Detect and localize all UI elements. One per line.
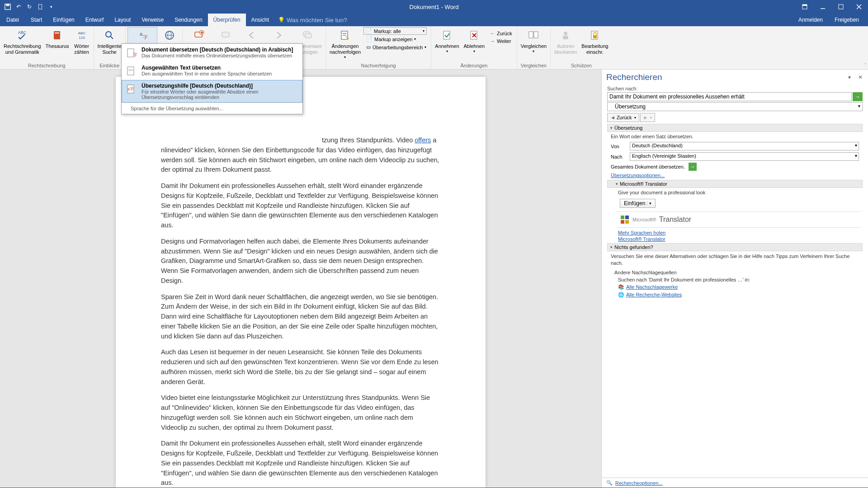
svg-rect-1 xyxy=(6,4,9,6)
pane-header: Recherchieren ▾ ✕ xyxy=(602,70,868,84)
hint-text: Ein Wort oder einen Satz übersetzen. xyxy=(607,132,863,141)
paragraph: Sparen Sie Zeit in Word dank neuer Schal… xyxy=(161,292,440,342)
collapse-ribbon-icon[interactable]: ˆ xyxy=(865,63,866,68)
accept-button[interactable]: Annehmen▾ xyxy=(433,27,461,55)
tab-layout[interactable]: Layout xyxy=(109,14,136,26)
translate-whole-doc: Gesamtes Dokument übersetzen. → xyxy=(607,162,863,172)
tab-start[interactable]: Start xyxy=(25,14,47,26)
reject-button[interactable]: Ablehnen▾ xyxy=(462,27,487,55)
svg-rect-37 xyxy=(563,36,568,39)
dd-translate-document[interactable]: 字 Dokument übersetzen [Deutsch (Deutschl… xyxy=(122,44,302,62)
doc-icon: 📄 xyxy=(366,36,373,42)
track-icon xyxy=(338,28,352,42)
tab-review[interactable]: Überprüfen xyxy=(208,14,246,26)
translate-doc-icon: 字 xyxy=(125,47,138,59)
ribbon-display-icon[interactable] xyxy=(796,0,814,14)
section-ms-translator[interactable]: ▾Microsoft® Translator xyxy=(607,180,863,188)
section-nothing-found[interactable]: ▾Nichts gefunden? xyxy=(607,243,863,251)
translate-doc-go-button[interactable]: → xyxy=(689,163,697,171)
section-translate[interactable]: ▾Übersetzung xyxy=(607,124,863,132)
arrow-right-icon: → xyxy=(490,38,495,44)
tab-mailings[interactable]: Sendungen xyxy=(169,14,208,26)
tell-me-search[interactable]: 💡 xyxy=(278,17,377,23)
pane-close-icon[interactable]: ✕ xyxy=(856,73,864,81)
group-label-insights: Einblicke xyxy=(96,62,123,69)
document-area[interactable]: Video bietet eine leistungsstarke Möglic… xyxy=(0,70,601,488)
all-sites-link[interactable]: 🌐Alle Recherche-Websites xyxy=(607,291,863,299)
arrow-right-icon: → xyxy=(690,164,695,170)
tab-insert[interactable]: Einfügen xyxy=(47,14,80,26)
reviewing-pane-button[interactable]: ▭Überarbeitungsbereich▾ xyxy=(363,43,429,51)
nav-back-button[interactable]: ◄Zurück▾ xyxy=(607,113,639,122)
minimize-icon[interactable] xyxy=(814,0,832,14)
next-button[interactable]: →Weiter xyxy=(487,38,515,45)
paragraph: Video bietet eine leistungsstarke Möglic… xyxy=(161,393,440,432)
svg-rect-49 xyxy=(625,220,629,224)
spelling-error: erhält xyxy=(308,182,324,189)
smart-lookup-button[interactable]: Intelligente Suche xyxy=(96,27,123,56)
svg-rect-43 xyxy=(128,69,133,71)
compare-button[interactable]: Vergleichen▾ xyxy=(519,27,549,55)
search-input[interactable] xyxy=(607,92,852,101)
chevron-down-icon: ▾ xyxy=(344,55,346,60)
svg-line-15 xyxy=(111,37,113,39)
search-go-button[interactable]: → xyxy=(853,92,863,101)
group-changes: Annehmen▾ Ablehnen▾ ←Zurück →Weiter Ände… xyxy=(431,26,517,69)
next-icon xyxy=(271,28,286,42)
research-options-link[interactable]: Rechercheoptionen... xyxy=(615,480,663,486)
research-pane: Recherchieren ▾ ✕ Suchen nach: → Überset… xyxy=(601,70,868,488)
pane-options-icon[interactable]: ▾ xyxy=(845,73,854,81)
to-combo[interactable]: Englisch (Vereinigte Staaten) xyxy=(630,152,859,161)
from-combo[interactable]: Deutsch (Deutschland) xyxy=(630,142,859,150)
pane-title: Recherchieren xyxy=(606,72,662,82)
svg-point-36 xyxy=(564,32,567,35)
ms-translator-link[interactable]: Microsoft® Translator xyxy=(618,236,665,242)
show-markup-button[interactable]: 📄Markup anzeigen▾ xyxy=(363,35,429,43)
block-authors-button[interactable]: Autoren blockieren xyxy=(552,27,579,56)
dd-mini-translator[interactable]: a字 Übersetzungshilfe [Deutsch (Deutschla… xyxy=(122,80,302,103)
translation-options-link[interactable]: Übersetzungsoptionen... xyxy=(607,172,668,179)
thesaurus-button[interactable]: Thesaurus xyxy=(44,27,71,50)
track-changes-button[interactable]: Änderungen nachverfolgen▾ xyxy=(328,27,363,61)
more-languages-link[interactable]: Mehr Sprachen holen xyxy=(618,230,665,235)
signin-link[interactable]: Anmelden xyxy=(793,14,828,26)
dd-title: Ausgewählten Text übersetzen xyxy=(142,65,299,71)
all-reference-link[interactable]: 📚Alle Nachschlagewerke xyxy=(607,283,863,291)
svg-rect-10 xyxy=(54,31,60,39)
tab-references[interactable]: Verweise xyxy=(136,14,169,26)
pane-body: Suchen nach: → Übersetzung ◄Zurück▾ ►▾ ▾… xyxy=(602,84,868,478)
search-in-label: Suchen nach 'Damit Ihr Dokument ein prof… xyxy=(607,276,863,283)
qat-customize-icon[interactable]: ▾ xyxy=(46,2,56,12)
maximize-icon[interactable] xyxy=(832,0,850,14)
nav-fwd-button[interactable]: ►▾ xyxy=(640,113,656,122)
dd-translate-selection[interactable]: Ausgewählten Text übersetzen Den ausgewä… xyxy=(122,62,302,80)
chevron-down-icon: ▾ xyxy=(650,116,652,120)
touch-mode-icon[interactable] xyxy=(35,2,45,12)
svg-text:✱: ✱ xyxy=(200,31,203,35)
spelling-button[interactable]: ABCRechtschreibung und Grammatik xyxy=(2,27,43,56)
undo-icon[interactable]: ↶ xyxy=(14,2,24,12)
search-label: Suchen nach: xyxy=(607,86,863,91)
share-button[interactable]: Freigeben xyxy=(829,14,864,26)
redo-icon[interactable]: ↻ xyxy=(24,2,34,12)
book-icon: 📚 xyxy=(618,284,624,290)
tell-me-input[interactable] xyxy=(287,17,377,23)
spelling-error: offers xyxy=(415,136,431,144)
wordcount-icon: ABC123 xyxy=(75,28,89,42)
dd-desc: Den ausgewählten Text in eine andere Spr… xyxy=(142,71,299,76)
service-combo[interactable]: Übersetzung xyxy=(607,102,863,111)
wordcount-button[interactable]: ABC123Wörter zählen xyxy=(72,27,92,56)
back-button[interactable]: ←Zurück xyxy=(487,30,515,37)
tab-file[interactable]: Datei xyxy=(0,14,25,26)
markup-combo[interactable]: 📄Markup: alle▾ xyxy=(363,27,427,35)
tab-design[interactable]: Entwurf xyxy=(80,14,109,26)
tab-view[interactable]: Ansicht xyxy=(246,14,274,26)
insert-button[interactable]: Einfügen▾ xyxy=(620,199,656,208)
dd-choose-language[interactable]: Sprache für die Übersetzung auswählen... xyxy=(122,103,302,114)
book-icon xyxy=(50,28,65,42)
chevron-down-icon: ▾ xyxy=(533,49,534,54)
restrict-editing-button[interactable]: Bearbeitung einschr. xyxy=(580,27,610,56)
caret-down-icon: ▾ xyxy=(616,182,618,186)
close-icon[interactable] xyxy=(850,0,868,14)
save-icon[interactable] xyxy=(3,2,13,12)
